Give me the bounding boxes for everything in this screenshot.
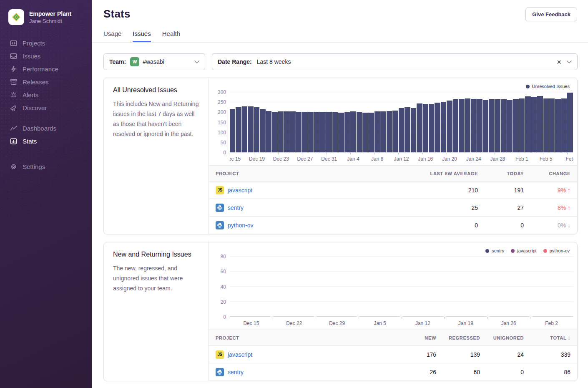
- total-value: 339: [530, 351, 577, 358]
- unresolved-bar: [260, 109, 265, 152]
- bar-segment-sentry: [359, 316, 400, 317]
- date-range-select[interactable]: Date Range: Last 8 weeks ×: [212, 53, 578, 70]
- sidebar-item-stats[interactable]: Stats: [0, 135, 92, 148]
- unresolved-bar: [392, 111, 398, 152]
- x-axis: Dec 15Dec 22Dec 29Jan 5Jan 12Jan 19Jan 2…: [230, 317, 573, 329]
- sidebar-item-alerts[interactable]: Alerts: [0, 88, 92, 101]
- unresolved-bar: [513, 99, 518, 152]
- sidebar-item-releases[interactable]: Releases: [0, 76, 92, 88]
- unresolved-bar: [314, 112, 319, 152]
- python-platform-icon: [216, 221, 224, 229]
- tab-usage[interactable]: Usage: [103, 30, 121, 42]
- org-user: Jane Schmidt: [29, 18, 71, 25]
- unresolved-bar: [242, 106, 247, 152]
- stats-icon: [10, 138, 17, 145]
- performance-icon: [10, 66, 17, 73]
- legend-item-unresolved[interactable]: Unresolved Issues: [526, 84, 570, 89]
- unresolved-bar: [338, 113, 344, 152]
- unresolved-bar: [284, 111, 289, 152]
- bar-segment-sentry: [230, 316, 270, 317]
- dashboards-icon: [10, 125, 17, 132]
- unresolved-bar: [429, 104, 434, 152]
- sidebar-item-label: Dashboards: [23, 125, 56, 132]
- regressed-value: 60: [443, 369, 487, 375]
- org-name: Empower Plant: [29, 10, 71, 18]
- panel-description-column: New and Returning Issues The new, regres…: [104, 242, 209, 381]
- unresolved-bar: [435, 103, 440, 152]
- sidebar-item-label: Performance: [23, 66, 58, 73]
- total-value: 86: [530, 369, 577, 375]
- project-link[interactable]: sentry: [228, 204, 244, 211]
- project-link[interactable]: python-ov: [228, 222, 253, 229]
- unresolved-bar: [519, 98, 525, 152]
- unresolved-bar: [417, 103, 422, 152]
- unresolved-bar: [495, 99, 500, 152]
- tab-health[interactable]: Health: [162, 30, 180, 42]
- unresolved-bar: [525, 96, 530, 152]
- regressed-value: 139: [443, 351, 487, 358]
- table-row: python-ov 0 0 0% ↓: [209, 217, 577, 234]
- column-header-project[interactable]: PROJECT: [209, 335, 399, 340]
- tab-issues[interactable]: Issues: [133, 30, 151, 42]
- python-platform-icon: [216, 368, 224, 376]
- unresolved-bar: [272, 112, 277, 152]
- clear-icon[interactable]: ×: [557, 58, 561, 66]
- sidebar-item-projects[interactable]: Projects: [0, 37, 92, 50]
- chart-plot: [230, 257, 573, 317]
- unresolved-bar: [561, 98, 567, 152]
- column-header-project[interactable]: PROJECT: [209, 171, 420, 176]
- tab-bar: Usage Issues Health: [103, 30, 577, 42]
- column-header-regressed[interactable]: REGRESSED: [443, 335, 487, 340]
- sidebar-item-settings[interactable]: Settings: [0, 160, 92, 173]
- column-header-change[interactable]: CHANGE: [530, 171, 577, 176]
- unresolved-bar: [254, 107, 259, 152]
- column-header-unignored[interactable]: UNIGNORED: [487, 335, 530, 340]
- org-info: Empower Plant Jane Schmidt: [29, 10, 71, 25]
- bar-segment-sentry: [490, 316, 530, 317]
- unresolved-bar: [399, 108, 404, 152]
- sidebar-item-issues[interactable]: Issues: [0, 50, 92, 63]
- avg-value: 0: [420, 222, 485, 229]
- sort-descending-icon: ↓: [568, 335, 570, 341]
- change-value: 0% ↓: [530, 222, 577, 229]
- project-link[interactable]: javascript: [228, 187, 252, 194]
- project-link[interactable]: javascript: [228, 351, 252, 358]
- javascript-platform-icon: JS: [216, 186, 224, 194]
- x-axis: Dec 15Dec 19Dec 23Dec 27Dec 31Jan 4Jan 8…: [230, 153, 573, 164]
- today-value: 27: [485, 204, 530, 211]
- column-header-total[interactable]: TOTAL↓: [530, 335, 577, 341]
- panel-description-column: All Unresolved Issues This includes New …: [104, 78, 209, 234]
- avg-value: 210: [420, 187, 485, 194]
- column-header-today[interactable]: TODAY: [485, 171, 530, 176]
- legend-item-sentry[interactable]: sentry: [485, 248, 504, 253]
- unresolved-bar: [266, 111, 271, 152]
- sidebar-item-performance[interactable]: Performance: [0, 63, 92, 76]
- team-select[interactable]: Team: W #wasabi: [103, 53, 205, 70]
- legend-item-javascript[interactable]: javascript: [511, 248, 536, 253]
- today-value: 191: [485, 187, 530, 194]
- arrow-up-icon: ↑: [568, 204, 570, 211]
- legend-item-python-ov[interactable]: python-ov: [543, 248, 570, 253]
- new-returning-issues-table: PROJECT NEW REGRESSED UNIGNORED TOTAL↓ J…: [209, 330, 577, 381]
- chart-legend: Unresolved Issues: [213, 84, 573, 92]
- unresolved-bar: [380, 111, 386, 152]
- issues-icon: [10, 53, 17, 60]
- sidebar-item-dashboards[interactable]: Dashboards: [0, 122, 92, 135]
- unresolved-bar: [411, 108, 416, 152]
- team-avatar: W: [130, 57, 139, 66]
- new-value: 176: [399, 351, 443, 358]
- unresolved-bar: [465, 98, 470, 152]
- bar-segment-sentry: [317, 316, 357, 317]
- unresolved-bar: [531, 97, 537, 152]
- column-header-average[interactable]: LAST 8W AVERAGE: [420, 171, 485, 176]
- project-link[interactable]: sentry: [228, 369, 244, 375]
- org-switcher[interactable]: Empower Plant Jane Schmidt: [0, 9, 92, 25]
- unresolved-bar: [374, 111, 380, 152]
- column-header-new[interactable]: NEW: [399, 335, 443, 340]
- stacked-bar: [403, 316, 443, 317]
- main-area: Stats Give Feedback Usage Issues Health …: [92, 0, 588, 388]
- give-feedback-button[interactable]: Give Feedback: [525, 8, 577, 21]
- sidebar-item-discover[interactable]: Discover: [0, 101, 92, 114]
- table-row: sentry 25 27 8% ↑: [209, 199, 577, 217]
- nav-divider: [0, 148, 92, 160]
